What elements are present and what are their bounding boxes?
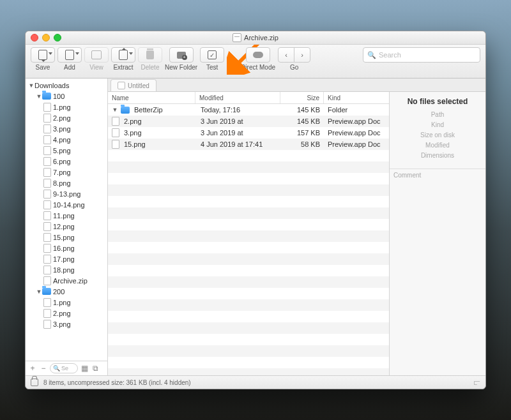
table-row[interactable] xyxy=(108,357,389,368)
table-row[interactable] xyxy=(108,311,389,322)
extract-button[interactable]: Extract xyxy=(111,47,135,71)
table-row[interactable] xyxy=(108,242,389,253)
column-modified: Modified xyxy=(195,92,280,103)
table-row[interactable]: 15.png4 Jun 2019 at 17:4158 KBPreview.ap… xyxy=(108,139,389,150)
folder-icon xyxy=(42,288,51,295)
search-input[interactable]: 🔍 Search xyxy=(363,47,480,63)
delete-button[interactable]: Delete xyxy=(138,47,162,71)
table-row[interactable] xyxy=(108,150,389,161)
table-row[interactable] xyxy=(108,161,389,173)
table-row[interactable] xyxy=(108,196,389,207)
table-row[interactable]: ▼BetterZipToday, 17:16145 KBFolder xyxy=(108,104,389,116)
table-row[interactable] xyxy=(108,299,389,311)
sidebar-action-1-button[interactable]: ▦ xyxy=(80,364,89,373)
tree-item[interactable]: 7.png xyxy=(26,167,107,177)
window-zoom-button[interactable] xyxy=(54,34,61,41)
resize-handle-icon[interactable]: ⫍ xyxy=(474,379,480,386)
column-size: Size xyxy=(280,92,323,103)
column-kind: Kind xyxy=(323,92,389,103)
sidebar-action-2-button[interactable]: ⧉ xyxy=(91,364,100,373)
file-list[interactable]: ▼BetterZipToday, 17:16145 KBFolder2.png3… xyxy=(108,104,389,375)
chevron-down-icon xyxy=(49,52,52,55)
tree-item[interactable]: ▼200 xyxy=(26,286,107,297)
table-row[interactable] xyxy=(108,368,389,375)
column-headers[interactable]: Name Modified Size Kind xyxy=(108,92,389,104)
tree-item[interactable]: 6.png xyxy=(26,156,107,167)
file-icon xyxy=(43,114,51,123)
go-back-button[interactable]: ‹ xyxy=(278,48,294,62)
tree-item[interactable]: 11.png xyxy=(26,210,107,221)
status-bar: 8 items, uncompressed size: 361 KB (incl… xyxy=(26,375,485,389)
file-icon xyxy=(43,244,51,253)
window-minimize-button[interactable] xyxy=(42,34,50,41)
table-row[interactable] xyxy=(108,345,389,357)
tree-item[interactable]: 5.png xyxy=(26,145,107,156)
tree-item[interactable]: 15.png xyxy=(26,232,107,243)
tree-item[interactable]: 16.png xyxy=(26,243,107,253)
tree-item[interactable]: 9-13.png xyxy=(26,188,107,199)
file-icon xyxy=(43,168,51,177)
table-row[interactable] xyxy=(108,265,389,276)
comment-field[interactable]: Comment xyxy=(390,169,485,181)
window-close-button[interactable] xyxy=(31,34,38,41)
table-row[interactable] xyxy=(108,334,389,345)
table-row[interactable] xyxy=(108,219,389,230)
add-source-button[interactable]: + xyxy=(28,364,37,373)
inspector-heading: No files selected xyxy=(390,97,485,106)
column-name: Name xyxy=(108,92,195,103)
tree-item[interactable]: 2.png xyxy=(26,112,107,123)
tree-item[interactable]: 10-14.png xyxy=(26,199,107,210)
remove-source-button[interactable]: − xyxy=(39,364,48,373)
folder-icon xyxy=(42,93,51,100)
tree-item[interactable]: 1.png xyxy=(26,101,107,112)
tree-item[interactable]: Archive.zip xyxy=(26,275,107,286)
new-folder-button[interactable]: New Folder xyxy=(165,47,197,71)
tree-item[interactable]: ▼Downloads xyxy=(26,80,107,91)
file-icon xyxy=(112,128,119,137)
toolbar: Save Add View Extract Delete New Folder … xyxy=(26,45,485,79)
save-button[interactable]: Save xyxy=(31,47,55,71)
table-row[interactable] xyxy=(108,322,389,334)
file-icon xyxy=(43,124,51,133)
file-icon xyxy=(112,140,119,149)
file-icon xyxy=(43,320,51,329)
tree-item[interactable]: 3.png xyxy=(26,123,107,134)
toggle-icon xyxy=(253,52,263,58)
tree-item[interactable]: 18.png xyxy=(26,264,107,275)
table-row[interactable] xyxy=(108,184,389,196)
go-forward-button[interactable]: › xyxy=(294,48,310,62)
table-row[interactable] xyxy=(108,230,389,242)
table-row[interactable] xyxy=(108,253,389,265)
tree-item[interactable]: 17.png xyxy=(26,253,107,264)
table-row[interactable]: 3.png3 Jun 2019 at157 KBPreview.app Doc xyxy=(108,127,389,139)
checkmark-icon: ✓ xyxy=(208,50,217,59)
source-tree[interactable]: ▼Downloads▼1001.png2.png3.png4.png5.png6… xyxy=(26,79,107,361)
table-row[interactable] xyxy=(108,288,389,299)
sidebar-search-input[interactable]: 🔍Se xyxy=(50,363,78,373)
direct-mode-button[interactable]: Direct Mode xyxy=(241,47,275,71)
add-button[interactable]: Add xyxy=(57,47,82,71)
chevron-down-icon xyxy=(75,52,79,55)
tree-item[interactable]: ▼100 xyxy=(26,91,107,101)
tree-item[interactable]: 12.png xyxy=(26,221,107,232)
tree-item[interactable]: 3.png xyxy=(26,319,107,329)
file-icon xyxy=(43,266,51,274)
search-icon: 🔍 xyxy=(367,51,376,59)
go-segment: ‹ › Go xyxy=(278,47,310,71)
tree-item[interactable]: 2.png xyxy=(26,308,107,319)
new-folder-icon xyxy=(177,52,186,59)
view-button[interactable]: View xyxy=(84,47,109,71)
table-row[interactable] xyxy=(108,276,389,288)
file-icon xyxy=(43,157,51,166)
tree-item[interactable]: 8.png xyxy=(26,177,107,188)
file-icon xyxy=(43,146,51,155)
tree-item[interactable]: 1.png xyxy=(26,297,107,308)
test-button[interactable]: ✓ Test xyxy=(200,47,224,71)
file-icon xyxy=(43,233,51,242)
table-row[interactable] xyxy=(108,207,389,219)
table-row[interactable] xyxy=(108,173,389,184)
window-title: Archive.zip xyxy=(244,34,278,41)
table-row[interactable]: 2.png3 Jun 2019 at145 KBPreview.app Doc xyxy=(108,116,389,127)
tree-item[interactable]: 4.png xyxy=(26,134,107,145)
tab-untitled[interactable]: Untitled xyxy=(111,79,156,91)
